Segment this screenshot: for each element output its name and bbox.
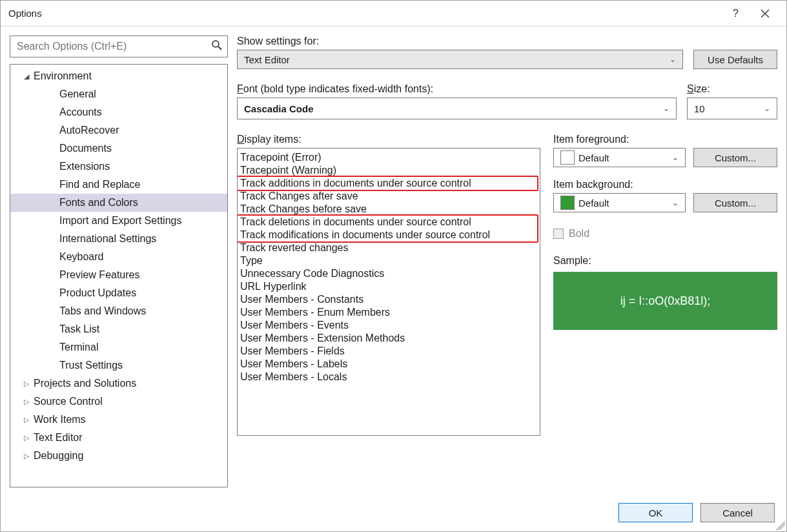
- dropdown-item-background[interactable]: Default ⌄: [553, 193, 686, 212]
- tree-item[interactable]: AutoRecover: [10, 121, 227, 139]
- col-display-items: Display items: Tracepoint (Error)Tracepo…: [237, 134, 540, 487]
- tree-category[interactable]: ▷Debugging: [10, 447, 227, 465]
- dropdown-font[interactable]: Cascadia Code ⌄: [237, 97, 677, 119]
- tree-item[interactable]: Fonts and Colors: [10, 194, 227, 212]
- row-item-foreground: Default ⌄ Custom...: [553, 148, 777, 167]
- tree-item-label: Product Updates: [59, 287, 136, 299]
- tree-category-label: Environment: [34, 70, 92, 82]
- chevron-down-icon: ⌄: [764, 104, 770, 113]
- label-size: Size:: [687, 83, 777, 95]
- cancel-button[interactable]: Cancel: [700, 503, 775, 522]
- close-icon: [761, 9, 770, 18]
- dropdown-font-value: Cascadia Code: [244, 103, 663, 114]
- resize-grip-icon[interactable]: [776, 521, 785, 530]
- label-item-foreground: Item foreground:: [553, 134, 777, 145]
- help-icon: ?: [731, 8, 739, 19]
- arrow-right-icon: ▷: [22, 398, 31, 406]
- row-settings-for: Show settings for: Text Editor ⌄ Use Def…: [237, 36, 777, 69]
- ok-button[interactable]: OK: [618, 503, 693, 522]
- list-item[interactable]: Track additions in documents under sourc…: [238, 177, 537, 190]
- sample-preview: ij = I::oO(0xB81l);: [553, 272, 777, 330]
- tree-category-label: Projects and Solutions: [34, 378, 136, 389]
- arrow-down-icon: ◢: [22, 72, 31, 81]
- tree-item[interactable]: Product Updates: [10, 284, 227, 302]
- tree-item-label: Keyboard: [59, 251, 104, 263]
- col-color-pickers: Item foreground: Default ⌄ Custom... Ite…: [553, 134, 777, 487]
- tree-item[interactable]: Documents: [10, 139, 227, 158]
- custom-foreground-button[interactable]: Custom...: [693, 148, 777, 167]
- checkbox-icon: [553, 229, 564, 239]
- list-item[interactable]: Tracepoint (Error): [238, 151, 540, 164]
- dialog-footer: OK Cancel: [1, 494, 786, 531]
- ok-label: OK: [649, 507, 663, 518]
- cancel-label: Cancel: [722, 507, 753, 518]
- use-defaults-button[interactable]: Use Defaults: [693, 50, 777, 69]
- arrow-right-icon: ▷: [22, 434, 31, 442]
- tree-item[interactable]: Terminal: [10, 338, 227, 356]
- tree-item[interactable]: International Settings: [10, 230, 227, 248]
- tree-category-label: Source Control: [34, 396, 103, 407]
- tree-category[interactable]: ▷Projects and Solutions: [10, 374, 227, 393]
- right-panel: Show settings for: Text Editor ⌄ Use Def…: [237, 36, 777, 487]
- tree-item-label: Trust Settings: [59, 360, 123, 371]
- titlebar: Options ?: [1, 1, 786, 26]
- category-tree[interactable]: ◢EnvironmentGeneralAccountsAutoRecoverDo…: [10, 64, 228, 487]
- close-button[interactable]: [750, 2, 780, 25]
- tree-item-label: Find and Replace: [59, 179, 140, 190]
- tree-item[interactable]: Extensions: [10, 158, 227, 176]
- highlight-annotation: Track deletions in documents under sourc…: [237, 214, 538, 243]
- swatch-foreground: [560, 150, 575, 165]
- list-item[interactable]: User Members - Enum Members: [238, 306, 540, 319]
- list-item[interactable]: Track reverted changes: [238, 241, 540, 254]
- list-item[interactable]: Type: [238, 254, 540, 267]
- col-size: Size: 10 ⌄: [687, 83, 777, 119]
- tree-item-label: AutoRecover: [59, 125, 119, 136]
- label-display-items: Display items:: [237, 134, 540, 145]
- list-item[interactable]: Track Changes after save: [238, 190, 540, 203]
- label-sample: Sample:: [553, 255, 777, 267]
- list-item[interactable]: Track Changes before save: [238, 203, 540, 216]
- tree-category[interactable]: ◢Environment: [10, 67, 227, 85]
- tree-item[interactable]: Import and Export Settings: [10, 212, 227, 230]
- tree-item-label: International Settings: [59, 233, 156, 245]
- tree-category[interactable]: ▷Source Control: [10, 393, 227, 411]
- swatch-background: [560, 196, 575, 210]
- tree-item[interactable]: Preview Features: [10, 266, 227, 284]
- help-button[interactable]: ?: [721, 2, 750, 25]
- list-item[interactable]: User Members - Extension Methods: [238, 332, 540, 345]
- tree-item[interactable]: General: [10, 85, 227, 103]
- custom-background-button[interactable]: Custom...: [693, 193, 777, 212]
- chevron-down-icon: ⌄: [672, 198, 679, 207]
- list-item[interactable]: Unnecessary Code Diagnostics: [238, 267, 540, 280]
- arrow-right-icon: ▷: [22, 452, 31, 460]
- dropdown-size-value: 10: [694, 103, 764, 114]
- list-item[interactable]: User Members - Events: [238, 319, 540, 332]
- dropdown-settings-for[interactable]: Text Editor ⌄: [237, 50, 683, 69]
- content-area: ◢EnvironmentGeneralAccountsAutoRecoverDo…: [1, 26, 786, 494]
- tree-item[interactable]: Tabs and Windows: [10, 302, 227, 320]
- tree-item[interactable]: Trust Settings: [10, 356, 227, 374]
- tree-item[interactable]: Task List: [10, 320, 227, 338]
- tree-category[interactable]: ▷Work Items: [10, 411, 227, 429]
- arrow-right-icon: ▷: [22, 380, 31, 388]
- list-item[interactable]: Track deletions in documents under sourc…: [238, 216, 537, 229]
- row-font-size: Font (bold type indicates fixed-width fo…: [237, 83, 777, 119]
- search-input[interactable]: [10, 36, 228, 57]
- tree-category-label: Text Editor: [34, 432, 83, 444]
- list-item[interactable]: User Members - Fields: [238, 345, 540, 358]
- tree-item[interactable]: Accounts: [10, 103, 227, 121]
- dropdown-settings-for-value: Text Editor: [244, 54, 669, 65]
- tree-item[interactable]: Keyboard: [10, 248, 227, 266]
- list-item[interactable]: Tracepoint (Warning): [238, 164, 540, 177]
- list-item[interactable]: Track modifications in documents under s…: [238, 229, 537, 241]
- list-item[interactable]: User Members - Locals: [238, 371, 540, 384]
- list-item[interactable]: User Members - Labels: [238, 358, 540, 371]
- list-item[interactable]: User Members - Constants: [238, 293, 540, 306]
- dropdown-item-foreground[interactable]: Default ⌄: [553, 148, 686, 167]
- list-item[interactable]: URL Hyperlink: [238, 280, 540, 293]
- search-wrap: [10, 36, 228, 57]
- display-items-listbox[interactable]: Tracepoint (Error)Tracepoint (Warning)Tr…: [237, 148, 540, 436]
- tree-item[interactable]: Find and Replace: [10, 176, 227, 194]
- dropdown-size[interactable]: 10 ⌄: [687, 97, 777, 119]
- tree-category[interactable]: ▷Text Editor: [10, 429, 227, 447]
